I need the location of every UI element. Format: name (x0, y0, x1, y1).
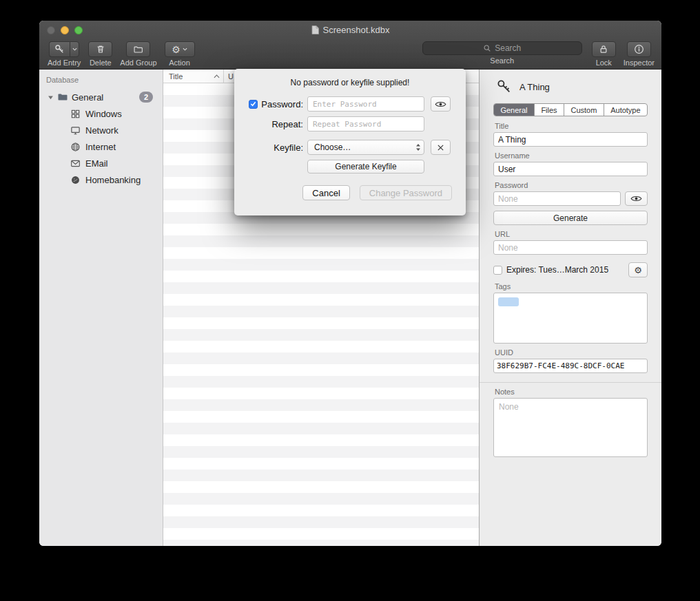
trash-icon (96, 44, 105, 54)
keyfile-label: Keyfile: (245, 143, 303, 153)
column-username-label: U (228, 72, 234, 81)
window-chrome: Screenshot.kdbx Add Ent (39, 21, 661, 70)
password-field[interactable] (493, 191, 621, 206)
inspector-button[interactable] (627, 41, 651, 57)
search-input[interactable]: Search (422, 41, 582, 55)
title-label: Title (495, 122, 648, 130)
notes-field[interactable] (493, 398, 648, 457)
gear-icon: ⚙ (634, 265, 642, 275)
toolbar-item-search: Search Search (422, 41, 582, 65)
add-group-label: Add Group (120, 59, 156, 67)
tag-chip[interactable] (498, 297, 519, 306)
add-entry-button[interactable] (49, 41, 70, 57)
gear-icon: ⚙ (172, 45, 181, 54)
entry-key-icon (497, 79, 512, 94)
reveal-password-button[interactable] (431, 96, 451, 112)
keyfile-row: Keyfile: Choose… (245, 140, 466, 155)
search-label: Search (490, 56, 514, 65)
action-button[interactable]: ⚙ (165, 41, 195, 57)
tags-field[interactable] (493, 293, 648, 344)
add-group-button[interactable] (126, 41, 150, 57)
username-label: Username (495, 151, 648, 160)
column-header-title[interactable]: Title (163, 70, 224, 83)
sidebar-item-general[interactable]: General 2 (39, 89, 163, 105)
uuid-field[interactable] (493, 359, 648, 373)
generate-keyfile-row: Generate Keyfile (307, 160, 466, 173)
change-password-button[interactable]: Change Password (360, 185, 452, 200)
close-button[interactable] (47, 26, 55, 34)
tab-files[interactable]: Files (535, 104, 564, 116)
delete-button[interactable] (88, 41, 112, 57)
folder-icon (133, 45, 143, 54)
lock-label: Lock (596, 59, 612, 67)
sidebar-item-network[interactable]: Network (39, 122, 163, 138)
repeat-row: Repeat: (245, 116, 466, 131)
tab-custom[interactable]: Custom (564, 104, 604, 116)
username-field[interactable] (493, 162, 648, 176)
group-count-badge: 2 (139, 92, 153, 103)
monitor-icon (70, 125, 81, 136)
generate-keyfile-button[interactable]: Generate Keyfile (307, 160, 424, 173)
notes-label: Notes (495, 388, 648, 396)
window-title: Screenshot.kdbx (311, 25, 390, 35)
url-field[interactable] (493, 240, 648, 255)
title-bar[interactable]: Screenshot.kdbx (39, 21, 661, 39)
zoom-button[interactable] (74, 26, 83, 34)
divider (480, 382, 661, 383)
keyfile-popup-value: Choose… (314, 143, 351, 152)
keyfile-popup[interactable]: Choose… (307, 140, 424, 155)
minimize-button[interactable] (61, 26, 69, 34)
sidebar-item-internet[interactable]: Internet (39, 138, 163, 155)
envelope-icon (70, 158, 81, 169)
lock-button[interactable] (592, 41, 616, 57)
toolbar-item-add-group: Add Group (120, 41, 156, 67)
cancel-button[interactable]: Cancel (302, 185, 349, 200)
title-field[interactable] (493, 132, 648, 147)
expires-checkbox[interactable] (493, 266, 502, 275)
sidebar-item-homebanking[interactable]: Homebanking (39, 171, 163, 188)
password-checkbox[interactable] (249, 100, 258, 109)
delete-label: Delete (90, 59, 112, 67)
key-icon (54, 44, 65, 54)
sidebar: Database General 2 Windows (39, 70, 163, 546)
tab-general[interactable]: General (494, 104, 535, 116)
sidebar-item-label: General (72, 92, 103, 103)
repeat-password-input[interactable] (307, 116, 424, 131)
column-header-username[interactable]: U (224, 72, 234, 81)
sidebar-header: Database (39, 76, 163, 89)
generate-password-button[interactable]: Generate (493, 211, 648, 225)
expires-settings-button[interactable]: ⚙ (628, 262, 648, 277)
clear-keyfile-button[interactable] (431, 140, 451, 155)
chevron-down-icon (72, 48, 77, 51)
url-label: URL (495, 230, 648, 238)
dialog-message: No password or keyfile supplied! (234, 78, 466, 87)
sidebar-item-label: Homebanking (85, 175, 141, 185)
expires-row: Expires: Tues…March 2015 ⚙ (493, 262, 648, 277)
sidebar-item-windows[interactable]: Windows (39, 105, 163, 122)
lock-icon (599, 44, 608, 54)
repeat-label: Repeat: (245, 119, 303, 129)
uuid-label: UUID (495, 348, 648, 357)
window-title-text: Screenshot.kdbx (323, 25, 390, 35)
search-icon (483, 44, 491, 52)
toolbar-item-inspector: Inspector (624, 41, 655, 67)
new-password-input[interactable] (307, 96, 424, 112)
disclosure-triangle-icon[interactable] (48, 94, 54, 101)
eye-icon (435, 101, 446, 108)
sidebar-item-email[interactable]: EMail (39, 155, 163, 171)
info-icon (634, 44, 644, 54)
tab-autotype[interactable]: Autotype (604, 104, 647, 116)
toolbar-item-delete: Delete (88, 41, 112, 67)
inspector-tabs: General Files Custom Autotype (493, 103, 648, 116)
tags-label: Tags (495, 282, 648, 291)
password-label: Password (495, 181, 648, 189)
globe-icon (70, 141, 81, 152)
toolbar: Add Entry Delete Add Group (39, 39, 661, 69)
inspector-label: Inspector (624, 59, 655, 67)
toolbar-item-add-entry: Add Entry (48, 41, 81, 67)
app-window: Screenshot.kdbx Add Ent (39, 21, 661, 546)
add-entry-dropdown-button[interactable] (70, 41, 79, 57)
coin-icon (70, 174, 81, 185)
inspector-panel: A Thing General Files Custom Autotype Ti… (480, 70, 661, 546)
reveal-password-button[interactable] (625, 191, 648, 206)
